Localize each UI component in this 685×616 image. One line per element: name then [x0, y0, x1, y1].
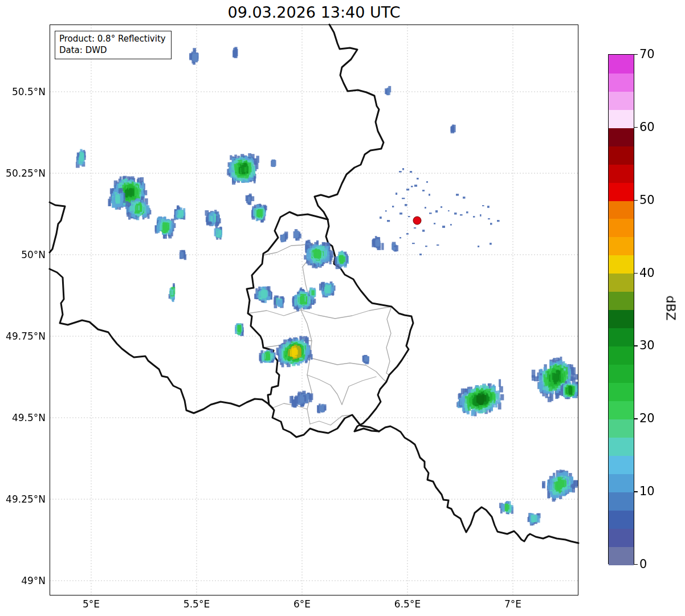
x-tick-label: 5°E — [83, 598, 100, 610]
colorbar-tick-label: 60 — [639, 120, 655, 134]
colorbar-segment — [609, 401, 634, 419]
y-tick-label: 49.25°N — [6, 493, 46, 505]
colorbar-segment — [609, 109, 634, 128]
colorbar-axis-label: dBZ — [664, 274, 678, 342]
y-tick-label: 49.75°N — [6, 331, 46, 342]
y-tick-label: 50.5°N — [12, 86, 46, 97]
colorbar-segment — [609, 510, 634, 529]
colorbar-segment — [609, 492, 634, 511]
colorbar-segment — [609, 328, 634, 346]
colorbar-segment — [609, 55, 634, 74]
colorbar-segment — [609, 546, 634, 565]
product-info-box: Product: 0.8° Reflectivity Data: DWD — [55, 31, 172, 59]
colorbar-segment — [609, 164, 634, 183]
colorbar-tick-label: 20 — [639, 411, 655, 425]
y-tick-label: 50.25°N — [6, 168, 46, 179]
colorbar-segment — [609, 182, 634, 201]
colorbar-tick — [634, 418, 638, 419]
colorbar-segment — [609, 128, 634, 146]
colorbar-tick — [634, 200, 638, 201]
x-tick-label: 6°E — [293, 598, 311, 610]
colorbar-segment — [609, 528, 634, 547]
colorbar-tick-label: 10 — [639, 484, 655, 498]
y-tick-label: 49.5°N — [12, 412, 46, 423]
x-tick-label: 7°E — [504, 598, 521, 610]
radar-echo-layer — [0, 0, 685, 616]
x-tick-label: 5.5°E — [184, 598, 210, 610]
colorbar-segment — [609, 73, 634, 92]
y-tick-label: 49°N — [21, 575, 46, 586]
colorbar-segment — [609, 237, 634, 256]
x-tick-label: 6.5°E — [394, 598, 421, 610]
colorbar-segment — [609, 91, 634, 110]
colorbar-segment — [609, 255, 634, 274]
colorbar-tick — [634, 345, 638, 346]
colorbar-tick — [634, 491, 638, 492]
colorbar-segment — [609, 437, 634, 456]
colorbar-segment — [609, 455, 634, 474]
colorbar-segment — [609, 474, 634, 492]
colorbar-segment — [609, 146, 634, 165]
colorbar-segment — [609, 346, 634, 365]
colorbar-segment — [609, 310, 634, 329]
colorbar-tick-label: 70 — [639, 47, 655, 61]
colorbar-segment — [609, 419, 634, 438]
colorbar-tick — [634, 564, 638, 565]
product-line: Product: 0.8° Reflectivity — [59, 33, 166, 44]
radar-site-marker — [413, 217, 422, 225]
colorbar-tick — [634, 54, 638, 55]
colorbar-segment — [609, 219, 634, 238]
colorbar-segment — [609, 364, 634, 383]
colorbar-segment — [609, 274, 634, 292]
data-source-line: Data: DWD — [59, 44, 166, 56]
colorbar-tick — [634, 127, 638, 128]
colorbar-segment — [609, 201, 634, 219]
colorbar-tick-label: 30 — [639, 338, 655, 352]
colorbar-tick-label: 50 — [639, 193, 655, 207]
colorbar-segment — [609, 382, 634, 401]
colorbar-tick-label: 40 — [639, 266, 655, 280]
colorbar — [608, 54, 634, 564]
colorbar-segment — [609, 292, 634, 311]
colorbar-tick — [634, 273, 638, 274]
colorbar-tick-label: 0 — [639, 557, 647, 571]
y-tick-label: 50°N — [21, 249, 46, 260]
radar-figure: 09.03.2026 13:40 UTC Product: 0.8° Refle… — [0, 0, 685, 616]
